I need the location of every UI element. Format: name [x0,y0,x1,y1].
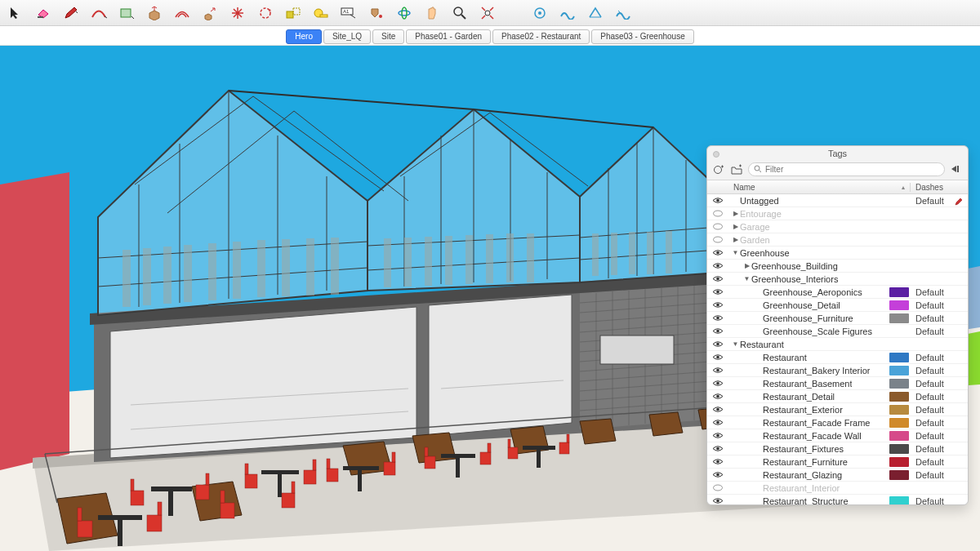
tag-name-cell[interactable]: Restaurant_Exterior [728,405,889,415]
scale-icon[interactable] [284,4,302,22]
tag-color-swatch[interactable] [889,444,909,454]
visibility-eye-icon[interactable] [707,314,728,322]
visibility-eye-icon[interactable] [707,458,728,465]
tag-name-cell[interactable]: Greenhouse_Scale Figures [728,327,889,336]
visibility-hidden-icon[interactable] [707,210,728,217]
visibility-eye-icon[interactable] [707,249,728,256]
scene-tab-phase01[interactable]: Phase01 - Garden [406,29,491,44]
add-tag-icon[interactable] [712,163,725,176]
tag-name-cell[interactable]: ▶Entourage [728,209,889,219]
tag-name-cell[interactable]: Restaurant_Facade Frame [728,418,889,428]
visibility-eye-icon[interactable] [707,197,728,204]
tag-name-cell[interactable]: Restaurant_Fixtures [728,444,889,454]
tag-color-swatch[interactable] [889,457,909,467]
tags-filter-input[interactable] [765,165,939,174]
disclosure-icon[interactable]: ▶ [732,223,739,230]
tag-row[interactable]: Restaurant_FixturesDefault [707,442,968,455]
tag-row[interactable]: ▼Restaurant [707,338,968,351]
extension1-icon[interactable] [531,4,549,22]
tag-name-cell[interactable]: Restaurant_Furniture [728,457,889,467]
tag-dash-cell[interactable]: Default [911,431,968,441]
tag-color-swatch[interactable] [889,300,909,310]
visibility-eye-icon[interactable] [707,471,728,478]
pan-icon[interactable] [423,4,441,22]
tag-color-swatch[interactable] [889,366,909,375]
tag-color-swatch[interactable] [889,470,909,480]
disclosure-icon[interactable]: ▼ [732,249,739,256]
tag-name-cell[interactable]: ▼Greenhouse [728,248,889,258]
zoom-icon[interactable] [451,4,469,22]
visibility-eye-icon[interactable] [707,367,728,374]
extension2-icon[interactable] [559,4,577,22]
tag-row[interactable]: Restaurant_FurnitureDefault [707,455,968,469]
arc-icon[interactable] [90,4,108,22]
tag-row[interactable]: Restaurant_DetailDefault [707,390,968,403]
tags-search[interactable] [748,162,945,176]
tag-name-cell[interactable]: ▼Restaurant [728,340,889,349]
disclosure-icon[interactable]: ▶ [743,262,751,269]
shape-icon[interactable] [118,4,136,22]
visibility-eye-icon[interactable] [707,445,728,452]
tag-name-cell[interactable]: Restaurant [728,353,889,362]
pencil-icon[interactable] [62,4,80,22]
tag-color-swatch[interactable] [889,418,909,428]
tag-row[interactable]: ▶Greenhouse_Building [707,260,968,273]
tag-dash-cell[interactable]: Default [911,405,968,415]
scene-tab-phase03[interactable]: Phase03 - Greenhouse [591,29,693,44]
select-arrow-icon[interactable] [7,4,24,22]
scene-tab-hero[interactable]: Hero [286,29,322,44]
tag-row[interactable]: Restaurant_Facade FrameDefault [707,416,968,429]
tags-panel[interactable]: Tags Name ▴ Dashes UntaggedDefault▶Entou… [706,145,969,505]
visibility-eye-icon[interactable] [707,393,728,400]
tag-row[interactable]: ▶Garage [707,220,968,233]
tag-name-cell[interactable]: Restaurant_Structure [728,496,889,505]
tag-name-cell[interactable]: Greenhouse_Furniture [728,313,889,323]
close-icon[interactable] [713,151,719,158]
tag-name-cell[interactable]: Greenhouse_Aeroponics [728,287,889,297]
details-icon[interactable] [950,163,963,176]
tag-dash-cell[interactable]: Default [911,418,968,428]
tag-dash-cell[interactable]: Default [911,379,968,389]
tag-row[interactable]: Restaurant_StructureDefault [707,495,968,504]
tape-icon[interactable] [312,4,330,22]
tag-name-cell[interactable]: ▶Greenhouse_Building [728,261,889,271]
visibility-hidden-icon[interactable] [707,223,728,230]
visibility-eye-icon[interactable] [707,406,728,413]
visibility-eye-icon[interactable] [707,288,728,295]
scene-tab-phase02[interactable]: Phase02 - Restaurant [492,29,590,44]
add-folder-icon[interactable] [730,163,743,176]
extension3-icon[interactable] [586,4,604,22]
visibility-eye-icon[interactable] [707,353,728,361]
tag-name-cell[interactable]: ▶Garden [728,235,889,245]
tag-color-swatch[interactable] [889,405,909,415]
tag-name-cell[interactable]: Restaurant_Detail [728,392,889,402]
tag-color-swatch[interactable] [889,379,909,389]
offset-icon[interactable] [173,4,191,22]
tag-row[interactable]: Restaurant_GlazingDefault [707,469,968,482]
extension4-icon[interactable] [614,4,632,22]
tag-name-cell[interactable]: Restaurant_Glazing [728,470,889,480]
tag-dash-cell[interactable]: Default [911,287,968,297]
paint-icon[interactable] [368,4,385,22]
visibility-hidden-icon[interactable] [707,484,728,491]
rotate-icon[interactable] [256,4,274,22]
disclosure-icon[interactable]: ▼ [743,275,751,282]
orbit-icon[interactable] [395,4,413,22]
column-dashes[interactable]: Dashes [911,183,968,192]
tag-row[interactable]: Restaurant_BasementDefault [707,377,968,390]
visibility-eye-icon[interactable] [707,340,728,348]
scene-tab-site-lq[interactable]: Site_LQ [323,29,371,44]
visibility-eye-icon[interactable] [707,419,728,426]
tag-row[interactable]: ▶Entourage [707,207,968,220]
tag-color-swatch[interactable] [889,392,909,402]
text-icon[interactable]: A1 [340,4,358,22]
visibility-eye-icon[interactable] [707,262,728,269]
visibility-eye-icon[interactable] [707,301,728,309]
visibility-eye-icon[interactable] [707,327,728,335]
disclosure-icon[interactable]: ▶ [732,236,739,243]
tag-row[interactable]: Greenhouse_AeroponicsDefault [707,286,968,299]
followme-icon[interactable] [229,4,247,22]
tag-dash-cell[interactable]: Default [911,470,968,480]
tag-row[interactable]: Greenhouse_FurnitureDefault [707,312,968,325]
tag-name-cell[interactable]: Restaurant_Interior [728,483,889,493]
